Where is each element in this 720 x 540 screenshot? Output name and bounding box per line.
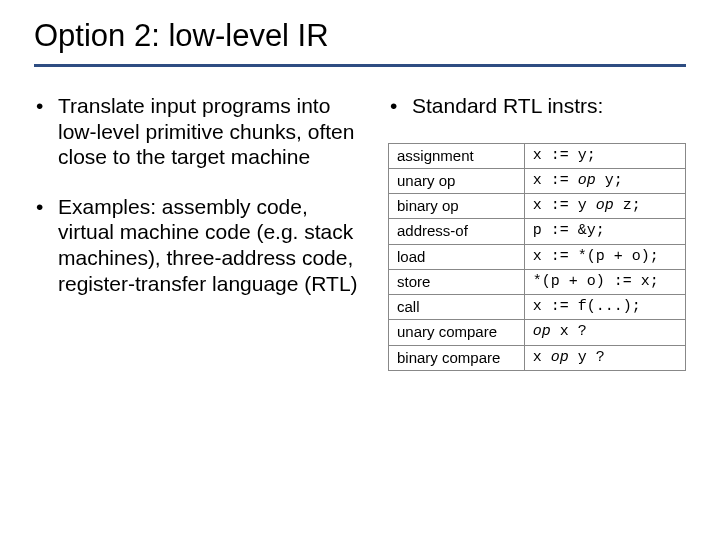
- page-title: Option 2: low-level IR: [34, 18, 686, 58]
- right-bullet-list: Standard RTL instrs:: [388, 93, 686, 119]
- table-row: loadx := *(p + o);: [389, 244, 686, 269]
- list-item: Translate input programs into low-level …: [34, 93, 368, 170]
- right-column: Standard RTL instrs: assignmentx := y;un…: [388, 93, 686, 371]
- instr-name-cell: load: [389, 244, 525, 269]
- instr-code-cell: *(p + o) := x;: [524, 269, 685, 294]
- content-columns: Translate input programs into low-level …: [34, 93, 686, 371]
- instr-name-cell: store: [389, 269, 525, 294]
- slide: Option 2: low-level IR Translate input p…: [0, 0, 720, 540]
- instr-table-body: assignmentx := y;unary opx := op y;binar…: [389, 143, 686, 370]
- instr-name-cell: call: [389, 295, 525, 320]
- instr-code-cell: x := y op z;: [524, 194, 685, 219]
- instr-name-cell: binary compare: [389, 345, 525, 370]
- instr-code-cell: x := y;: [524, 143, 685, 168]
- instr-name-cell: assignment: [389, 143, 525, 168]
- left-bullet-list: Translate input programs into low-level …: [34, 93, 368, 296]
- table-row: binary opx := y op z;: [389, 194, 686, 219]
- instr-code-cell: x := op y;: [524, 168, 685, 193]
- instr-code-cell: p := &y;: [524, 219, 685, 244]
- table-row: store*(p + o) := x;: [389, 269, 686, 294]
- instr-table: assignmentx := y;unary opx := op y;binar…: [388, 143, 686, 371]
- table-row: binary comparex op y ?: [389, 345, 686, 370]
- table-row: unary compareop x ?: [389, 320, 686, 345]
- table-row: callx := f(...);: [389, 295, 686, 320]
- left-column: Translate input programs into low-level …: [34, 93, 368, 371]
- instr-name-cell: address-of: [389, 219, 525, 244]
- instr-code-cell: x op y ?: [524, 345, 685, 370]
- title-rule: [34, 64, 686, 67]
- instr-code-cell: op x ?: [524, 320, 685, 345]
- list-item: Standard RTL instrs:: [388, 93, 686, 119]
- instr-name-cell: unary op: [389, 168, 525, 193]
- instr-code-cell: x := f(...);: [524, 295, 685, 320]
- table-row: address-ofp := &y;: [389, 219, 686, 244]
- instr-code-cell: x := *(p + o);: [524, 244, 685, 269]
- instr-name-cell: binary op: [389, 194, 525, 219]
- list-item: Examples: assembly code, virtual machine…: [34, 194, 368, 296]
- instr-name-cell: unary compare: [389, 320, 525, 345]
- table-row: unary opx := op y;: [389, 168, 686, 193]
- table-row: assignmentx := y;: [389, 143, 686, 168]
